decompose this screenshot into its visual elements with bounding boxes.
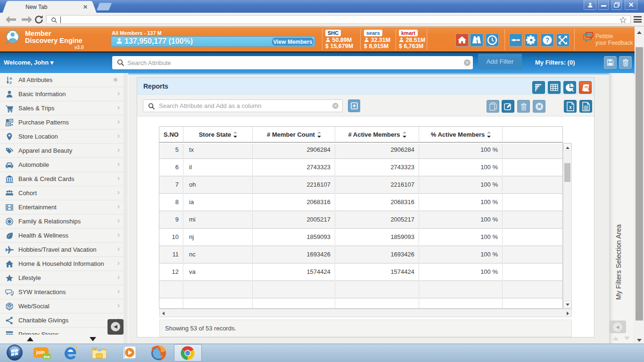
svg-text:x: x (569, 105, 572, 110)
svg-text:?: ? (545, 36, 550, 44)
svg-text:Z: Z (9, 81, 12, 84)
svg-text:A: A (9, 76, 12, 81)
svg-text:me: me (43, 354, 50, 359)
